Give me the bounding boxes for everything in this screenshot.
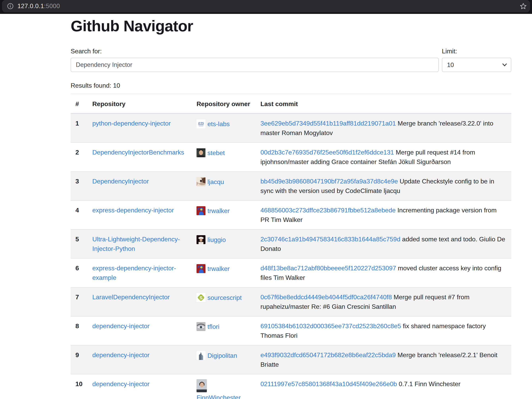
table-row: 8 dependency-injector tflori 69105384b61… bbox=[71, 316, 511, 345]
owner-link[interactable]: ets-labs bbox=[208, 120, 230, 128]
table-row: 2 DependencyInjectorBenchmarks stebet 00… bbox=[71, 143, 511, 172]
repository-link[interactable]: Ultra-Lightweight-Dependency-Injector-Py… bbox=[92, 236, 180, 252]
url-port: :5000 bbox=[44, 3, 60, 10]
commit-hash-link[interactable]: bb45d9e3b98608047190bf72a95fa9a37d8c4e9e bbox=[260, 178, 398, 185]
owner-cell: liuggio bbox=[192, 229, 256, 258]
repository-link[interactable]: DependencyInjectorBenchmarks bbox=[92, 149, 184, 156]
results-count: Results found: 10 bbox=[71, 82, 511, 89]
commit-cell: 00d2b3c7e76935d76f25ee50f6d1f2ef6ddce131… bbox=[256, 143, 511, 172]
row-number: 5 bbox=[71, 229, 88, 258]
commit-hash-link[interactable]: 0c67f6be8eddcd4449eb4044f5df0ca26f4740f8 bbox=[260, 294, 392, 301]
owner-cell: tflori bbox=[192, 316, 256, 345]
owner-cell: trwalker bbox=[192, 201, 256, 229]
page-content: Github Navigator Search for: Limit: 10 R… bbox=[0, 17, 532, 399]
repository-cell: dependency-injector bbox=[88, 316, 192, 345]
commit-cell: 2c30746c1a91b4947583416c833b1644a85c759d… bbox=[256, 229, 511, 258]
repository-cell: LaravelDependencyInjector bbox=[88, 287, 192, 316]
search-input[interactable] bbox=[71, 58, 439, 72]
table-row: 9 dependency-injector Digipolitan e493f9… bbox=[71, 345, 511, 374]
header-repository-owner: Repository owner bbox=[192, 94, 256, 113]
commit-hash-link[interactable]: d48f13be8ac712abf80bbeeee5f120227d253097 bbox=[260, 264, 396, 272]
commit-hash-link[interactable]: e493f9032dfcd65047172b682e8b6eaf22c5bda9 bbox=[260, 351, 396, 359]
repository-cell: python-dependency-injector bbox=[88, 113, 192, 143]
header-repository: Repository bbox=[88, 94, 192, 113]
limit-select[interactable]: 10 bbox=[442, 58, 511, 72]
svg-text:ETS: ETS bbox=[198, 121, 204, 125]
table-row: 6 express-dependency-injector-example tr… bbox=[71, 258, 511, 287]
avatar-ets-labs: ETS bbox=[196, 119, 205, 128]
star-icon[interactable] bbox=[520, 3, 527, 10]
owner-link[interactable]: trwalker bbox=[208, 265, 230, 272]
owner-link[interactable]: stebet bbox=[208, 149, 225, 156]
table-row: 7 LaravelDependencyInjector Ssourcescrip… bbox=[71, 287, 511, 316]
owner-link[interactable]: sourcescript bbox=[208, 294, 242, 301]
row-number: 9 bbox=[71, 345, 88, 374]
commit-hash-link[interactable]: 2c30746c1a91b4947583416c833b1644a85c759d bbox=[260, 236, 400, 243]
repository-cell: dependency-injector bbox=[88, 345, 192, 374]
repository-link[interactable]: DependencyInjector bbox=[92, 178, 149, 185]
owner-cell: FinnWinchester bbox=[192, 374, 256, 399]
owner-cell: Digipolitan bbox=[192, 345, 256, 374]
avatar-liuggio bbox=[196, 235, 205, 244]
owner-cell: Ssourcescript bbox=[192, 287, 256, 316]
url-text: 127.0.0.1:5000 bbox=[18, 3, 60, 10]
owner-cell: stebet bbox=[192, 143, 256, 172]
avatar-stebet bbox=[196, 148, 205, 157]
row-number: 7 bbox=[71, 287, 88, 316]
owner-link[interactable]: trwalker bbox=[208, 207, 230, 214]
row-number: 2 bbox=[71, 143, 88, 172]
owner-link[interactable]: liuggio bbox=[208, 236, 226, 243]
repository-link[interactable]: express-dependency-injector bbox=[92, 207, 174, 214]
owner-link[interactable]: FinnWinchester bbox=[196, 394, 241, 399]
row-number: 10 bbox=[71, 374, 88, 399]
row-number: 4 bbox=[71, 201, 88, 229]
row-number: 6 bbox=[71, 258, 88, 287]
table-row: 1 python-dependency-injector ETSets-labs… bbox=[71, 113, 511, 143]
commit-cell: 3ee629eb5d7349d55f41b119aff81dd219071a01… bbox=[256, 113, 511, 143]
table-row: 3 DependencyInjector ljacqu bb45d9e3b986… bbox=[71, 172, 511, 201]
repository-link[interactable]: express-dependency-injector-example bbox=[92, 264, 176, 281]
commit-cell: 0c67f6be8eddcd4449eb4044f5df0ca26f4740f8… bbox=[256, 287, 511, 316]
commit-hash-link[interactable]: 02111997e57c85801368f43a10d45f409e266e0b bbox=[260, 380, 397, 387]
header-number: # bbox=[71, 94, 88, 113]
commit-cell: 468856003c273dffce23b86791fbbe512a8ebede… bbox=[256, 201, 511, 229]
table-row: 10 dependency-injector FinnWinchester 02… bbox=[71, 374, 511, 399]
row-number: 8 bbox=[71, 316, 88, 345]
repository-cell: dependency-injector bbox=[88, 374, 192, 399]
commit-hash-link[interactable]: 468856003c273dffce23b86791fbbe512a8ebede bbox=[260, 207, 396, 214]
commit-message: 0.7.1 Finn Winchester bbox=[397, 380, 461, 387]
repository-link[interactable]: dependency-injector bbox=[92, 380, 150, 387]
search-label: Search for: bbox=[71, 48, 439, 55]
owner-link[interactable]: tflori bbox=[208, 323, 219, 330]
repository-link[interactable]: python-dependency-injector bbox=[92, 120, 171, 127]
header-last-commit: Last commit bbox=[256, 94, 511, 113]
url-bar[interactable]: 127.0.0.1:5000 bbox=[2, 0, 530, 12]
page-title: Github Navigator bbox=[71, 17, 511, 35]
repository-link[interactable]: dependency-injector bbox=[92, 351, 150, 359]
avatar-tflori bbox=[196, 322, 205, 331]
commit-cell: 69105384b61032d000365ee737cd2523b260c8e5… bbox=[256, 316, 511, 345]
commit-cell: bb45d9e3b98608047190bf72a95fa9a37d8c4e9e… bbox=[256, 172, 511, 201]
owner-cell: trwalker bbox=[192, 258, 256, 287]
owner-link[interactable]: ljacqu bbox=[208, 178, 224, 185]
avatar-finnwinchester bbox=[196, 379, 207, 392]
repository-link[interactable]: LaravelDependencyInjector bbox=[92, 294, 170, 301]
results-table: # Repository Repository owner Last commi… bbox=[71, 94, 511, 399]
repository-link[interactable]: dependency-injector bbox=[92, 322, 150, 330]
repository-cell: DependencyInjector bbox=[88, 172, 192, 201]
table-header-row: # Repository Repository owner Last commi… bbox=[71, 94, 511, 113]
row-number: 1 bbox=[71, 113, 88, 143]
commit-hash-link[interactable]: 3ee629eb5d7349d55f41b119aff81dd219071a01 bbox=[260, 120, 396, 127]
search-controls: Search for: Limit: 10 bbox=[71, 48, 511, 72]
svg-text:S: S bbox=[200, 295, 203, 300]
info-icon[interactable] bbox=[7, 3, 13, 9]
commit-cell: e493f9032dfcd65047172b682e8b6eaf22c5bda9… bbox=[256, 345, 511, 374]
commit-hash-link[interactable]: 00d2b3c7e76935d76f25ee50f6d1f2ef6ddce131 bbox=[260, 149, 394, 156]
avatar-trwalker bbox=[196, 264, 205, 273]
repository-cell: Ultra-Lightweight-Dependency-Injector-Py… bbox=[88, 229, 192, 258]
table-row: 4 express-dependency-injector trwalker 4… bbox=[71, 201, 511, 229]
owner-link[interactable]: Digipolitan bbox=[208, 352, 237, 359]
row-number: 3 bbox=[71, 172, 88, 201]
repository-cell: express-dependency-injector bbox=[88, 201, 192, 229]
commit-hash-link[interactable]: 69105384b61032d000365ee737cd2523b260c8e5 bbox=[260, 322, 401, 330]
